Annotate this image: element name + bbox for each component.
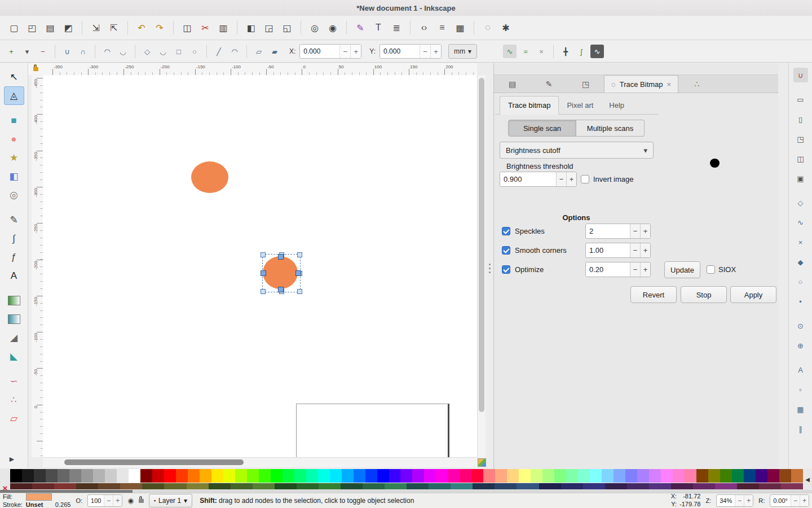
- tab-help[interactable]: Help: [601, 96, 632, 114]
- snap-bbox-center-icon[interactable]: ▣: [793, 171, 808, 186]
- layer-visibility-icon[interactable]: ◉: [127, 497, 133, 505]
- zoom-drawing-icon[interactable]: ◉: [325, 20, 340, 35]
- increment-icon[interactable]: +: [640, 243, 650, 257]
- palette-swatch[interactable]: [93, 469, 105, 483]
- palette-swatch[interactable]: [209, 483, 231, 489]
- selection-handle[interactable]: [261, 289, 266, 294]
- snap-midpoint-icon[interactable]: •: [793, 294, 808, 309]
- path-node[interactable]: [278, 287, 284, 292]
- objects-dialog-tab-icon[interactable]: ▤: [494, 75, 531, 93]
- siox-checkbox[interactable]: [707, 265, 715, 274]
- palette-swatch[interactable]: [211, 469, 223, 483]
- orange-ellipse[interactable]: [191, 161, 228, 193]
- palette-swatch[interactable]: [342, 469, 354, 483]
- palette-swatch[interactable]: [69, 469, 81, 483]
- save-icon[interactable]: ◩: [61, 20, 76, 35]
- show-path-outline-icon[interactable]: ∿: [590, 45, 604, 58]
- brightness-threshold-value[interactable]: 0.900: [500, 172, 556, 186]
- opacity-input[interactable]: 100 − +: [87, 494, 122, 507]
- import-icon[interactable]: ⇲: [89, 20, 103, 35]
- decrement-icon[interactable]: −: [556, 172, 566, 186]
- preferences-icon[interactable]: ✱: [498, 20, 513, 35]
- palette-swatch[interactable]: [448, 469, 460, 483]
- increment-icon[interactable]: +: [640, 224, 650, 238]
- palette-swatch[interactable]: [54, 483, 76, 489]
- palette-swatch[interactable]: [779, 469, 791, 483]
- palette-swatch[interactable]: [495, 469, 507, 483]
- redo-icon[interactable]: ↷: [152, 20, 167, 35]
- palette-swatch[interactable]: [200, 469, 211, 483]
- zoom-input[interactable]: 34% − +: [716, 494, 753, 507]
- optimize-checkbox[interactable]: [502, 265, 510, 274]
- palette-swatch[interactable]: [117, 469, 129, 483]
- snap-path-icon[interactable]: ∿: [793, 215, 808, 230]
- tab-trace-bitmap-page[interactable]: Trace bitmap: [500, 96, 559, 115]
- y-increment-icon[interactable]: +: [430, 45, 441, 58]
- snap-bbox-corner-icon[interactable]: ◳: [793, 132, 808, 146]
- duplicate-icon[interactable]: ◧: [244, 20, 258, 35]
- layer-lock-icon[interactable]: [139, 499, 144, 503]
- palette-swatch[interactable]: [58, 469, 69, 483]
- palette-swatch[interactable]: [385, 483, 407, 489]
- palette-swatch[interactable]: [693, 483, 715, 489]
- palette-swatch[interactable]: [708, 469, 720, 483]
- palette-swatch[interactable]: [605, 483, 627, 489]
- palette-swatch[interactable]: [627, 483, 649, 489]
- palette-scroll-left-icon[interactable]: ◀: [805, 476, 810, 483]
- palette-swatch[interactable]: [539, 483, 561, 489]
- make-corner-icon[interactable]: ◇: [140, 45, 154, 58]
- x-coordinate-value[interactable]: 0.000: [300, 47, 339, 55]
- palette-swatch[interactable]: [759, 483, 781, 489]
- align-dialog-icon[interactable]: ≡: [435, 20, 449, 35]
- palette-swatch[interactable]: [429, 483, 451, 489]
- palette-swatch[interactable]: [483, 469, 495, 483]
- palette-swatch[interactable]: [554, 469, 566, 483]
- rectangle-tool[interactable]: ■: [4, 111, 24, 130]
- fill-stroke-dialog-tab-icon[interactable]: ✎: [531, 75, 567, 93]
- delete-segment-icon[interactable]: ◡: [116, 45, 130, 58]
- palette-swatch[interactable]: [561, 483, 583, 489]
- palette-swatch[interactable]: [10, 483, 32, 489]
- palette-swatch[interactable]: [235, 469, 247, 483]
- palette-swatch[interactable]: [637, 469, 649, 483]
- ellipse-tool[interactable]: ●: [4, 130, 24, 148]
- palette-swatch[interactable]: [737, 483, 759, 489]
- palette-swatch[interactable]: [590, 469, 602, 483]
- snap-bbox-edge-icon[interactable]: ▯: [793, 112, 808, 126]
- eraser-tool[interactable]: ▱: [4, 409, 24, 428]
- canvas[interactable]: [43, 75, 477, 457]
- palette-swatch[interactable]: [649, 483, 671, 489]
- palette-swatch[interactable]: [744, 469, 756, 483]
- mesh-gradient-tool[interactable]: [4, 310, 24, 329]
- tab-trace-bitmap[interactable]: ◌ Trace Bitmap ×: [604, 75, 678, 93]
- single-scan-button[interactable]: Single scan: [508, 120, 576, 137]
- palette-swatch[interactable]: [720, 469, 732, 483]
- decrement-icon[interactable]: −: [630, 262, 640, 277]
- palette-swatch[interactable]: [32, 483, 54, 489]
- palette-swatch[interactable]: [460, 469, 471, 483]
- palette-swatch[interactable]: [625, 469, 637, 483]
- update-button[interactable]: Update: [664, 261, 700, 278]
- snap-grid-icon[interactable]: ▦: [793, 402, 808, 417]
- decrement-icon[interactable]: −: [791, 495, 800, 506]
- palette-swatch[interactable]: [354, 469, 365, 483]
- palette-swatch[interactable]: [673, 469, 685, 483]
- insert-node-icon[interactable]: +: [5, 45, 18, 58]
- palette-swatch[interactable]: [294, 469, 306, 483]
- zoom-selection-icon[interactable]: ◎: [307, 20, 322, 35]
- decrement-icon[interactable]: −: [735, 495, 744, 506]
- document-properties-icon[interactable]: ▦: [453, 20, 467, 35]
- fill-stroke-dialog-icon[interactable]: ✎: [353, 20, 368, 35]
- snap-path-intersection-icon[interactable]: ×: [793, 235, 808, 249]
- insert-node-options-icon[interactable]: ▾: [20, 45, 34, 58]
- selection-handle[interactable]: [261, 252, 266, 257]
- palette-swatch[interactable]: [306, 469, 318, 483]
- zoom-value[interactable]: 34%: [717, 497, 735, 504]
- palette-swatch[interactable]: [259, 469, 271, 483]
- palette-swatch[interactable]: [424, 469, 436, 483]
- palette-swatch[interactable]: [271, 469, 283, 483]
- ruler-corner[interactable]: [28, 63, 43, 75]
- palette-swatch[interactable]: [578, 469, 590, 483]
- palette-swatch[interactable]: [519, 469, 531, 483]
- fill-stroke-indicator[interactable]: Fill: Stroke: Unset 0.265: [3, 493, 70, 508]
